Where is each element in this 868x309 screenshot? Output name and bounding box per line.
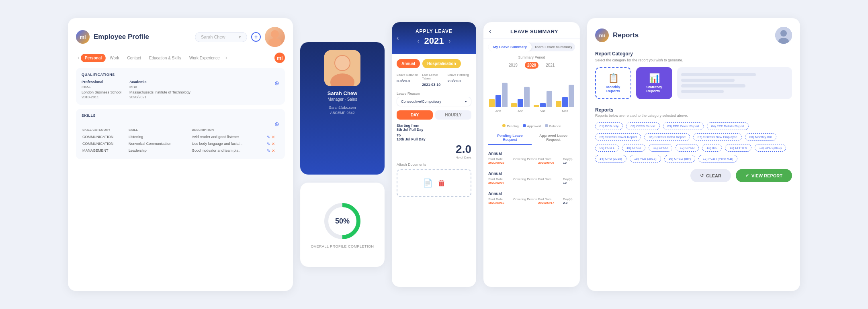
svg-point-5 <box>335 56 350 70</box>
leave-chart: Ann Ann Vac Med <box>488 73 575 121</box>
monthly-reports-btn[interactable]: 📋 MonthlyReports <box>595 67 631 99</box>
chip-epf-cover[interactable]: 03) EPF Cover Report <box>663 122 704 130</box>
chip-cpfb[interactable]: 02) CPFB Report <box>626 122 659 130</box>
detail-email: Sarah@abc.com <box>329 106 356 110</box>
skills-title: SKILLS <box>82 114 279 118</box>
chip-cpso1[interactable]: 10) CPSO <box>622 144 645 152</box>
period-2019[interactable]: 2019 <box>506 62 520 69</box>
chip-pcb-only[interactable]: 01) PCB only <box>595 122 623 130</box>
report-chips: 01) PCB only 02) CPFB Report 03) EPF Cov… <box>595 122 792 163</box>
search-value: Sarah Chew <box>201 35 225 39</box>
qualifications-title: QUALIFICATIONS <box>82 73 279 77</box>
delete-attach-icon[interactable]: 🗑 <box>438 179 446 188</box>
bar-label: Ann <box>518 109 523 113</box>
year-value: 2021 <box>424 36 444 46</box>
back-icon[interactable]: ‹ <box>397 35 399 42</box>
col-skill: SKILL <box>129 128 191 133</box>
chip-efptf9[interactable]: 12) EFPTF9 <box>725 144 751 152</box>
annual-btn[interactable]: Annual <box>397 59 420 68</box>
chip-socso-cover[interactable]: 05) SOCSO Cover Report <box>595 133 641 141</box>
tab-work[interactable]: Work <box>106 54 123 62</box>
num-days-label: No of Days <box>397 156 471 159</box>
statutory-reports-btn[interactable]: 📊 StatutoryReports <box>636 67 672 99</box>
add-button[interactable]: + <box>251 32 261 42</box>
chip-irs[interactable]: 12) IRS <box>702 144 722 152</box>
day-btn[interactable]: DAY <box>397 110 433 120</box>
period-2020[interactable]: 2020 <box>525 62 538 69</box>
clear-button[interactable]: ↺ CLEAR <box>690 169 731 182</box>
period-row: 2019 2020 2021 <box>483 62 580 69</box>
mi-logo: mi <box>595 28 609 42</box>
chip-socso-detail[interactable]: 06) SOCSO Detail Report <box>644 133 690 141</box>
year-next-icon[interactable]: › <box>448 38 450 44</box>
chip-pcb-penk[interactable]: 17) PCB I (Penk A,B) <box>698 155 737 163</box>
hosp-btn[interactable]: Hospitalisation <box>422 59 461 68</box>
tab-education[interactable]: Education & Skills <box>145 54 185 62</box>
attach-box[interactable]: 📄 🗑 <box>397 169 471 197</box>
skills-edit-icon[interactable]: ⊕ <box>274 121 279 127</box>
logo-icon: mi <box>76 30 90 44</box>
last-taken-item: Last Leave Taken 2021-03-10 <box>422 73 446 87</box>
year-prev-icon[interactable]: ‹ <box>418 38 420 44</box>
edit-row-icon[interactable]: ✎ <box>267 135 270 139</box>
edit-row-icon[interactable]: ✎ <box>267 142 270 146</box>
profile-detail-column: Sarah Chew Manager - Sales Sarah@abc.com… <box>300 42 385 267</box>
chip-cpd-2013[interactable]: 13) CPD (2013) <box>755 144 786 152</box>
delete-row-icon[interactable]: ✕ <box>272 142 275 146</box>
bar-label: Ann <box>495 109 501 113</box>
chip-cpbo[interactable]: 16) CPBO (ber) <box>664 155 696 163</box>
bar-pending <box>534 105 539 107</box>
edit-row-icon[interactable]: ✎ <box>267 148 270 153</box>
apply-leave-card: ‹ APPLY LEAVE ‹ 2021 › Annual Hospitalis… <box>392 22 476 287</box>
bar-approved <box>562 97 568 107</box>
tab-my-leave[interactable]: My Leave Summary <box>488 43 532 51</box>
chevron-down-icon: ▾ <box>465 100 467 104</box>
request-tabs: Pending Leave Request Approved Leave Req… <box>488 131 575 145</box>
statutory-label: StatutoryReports <box>646 85 662 93</box>
reports-header: mi Reports <box>595 27 792 44</box>
upload-icon: 📄 <box>423 178 433 188</box>
nav-prev-icon[interactable]: ‹ <box>76 55 81 61</box>
starting-from-row: Starting from 8th Jul Full Day <box>397 124 471 132</box>
reports-list-title: Reports <box>595 107 792 113</box>
chip-socso-new-emp[interactable]: 07) SOCSO New Employee <box>693 133 742 141</box>
chip-cpso3[interactable]: 12) CPSO <box>676 144 699 152</box>
bar-group-ann2: Ann <box>511 87 531 113</box>
leave-summary-card: ‹ LEAVE SUMMARY My Leave Summary Team Le… <box>483 22 580 287</box>
tab-personal[interactable]: Personal <box>81 54 106 62</box>
report-category-row: 📋 MonthlyReports 📊 StatutoryReports <box>595 67 792 99</box>
reports-card: mi Reports Report Category Select the ca… <box>587 18 800 291</box>
tab-approved-req[interactable]: Approved Leave Request <box>532 131 575 145</box>
hourly-btn[interactable]: HOURLY <box>435 110 471 120</box>
bar-group-med: Med <box>555 85 575 113</box>
tab-pending-req[interactable]: Pending Leave Request <box>488 131 532 145</box>
bar-balance <box>502 83 508 107</box>
tab-team-leave[interactable]: Team Leave Summary <box>532 43 575 51</box>
search-dropdown[interactable]: Sarah Chew ▾ <box>195 32 247 42</box>
chip-pcb-2015[interactable]: 15) PCB (2015) <box>630 155 661 163</box>
chart-legend: Pending Approved Balance <box>483 124 580 128</box>
chip-cpso2[interactable]: 11) CPSO <box>649 144 672 152</box>
nav-next-icon[interactable]: › <box>224 55 229 61</box>
period-2021[interactable]: 2021 <box>543 62 557 69</box>
leave-reason-select[interactable]: Consecutive/Compulsory ▾ <box>397 97 471 106</box>
chip-cpd-2015[interactable]: 14) CPD (2015) <box>595 155 626 163</box>
statutory-icon: 📊 <box>649 73 660 83</box>
back-icon[interactable]: ‹ <box>489 28 491 35</box>
tab-contact[interactable]: Contact <box>123 54 145 62</box>
delete-row-icon[interactable]: ✕ <box>272 148 275 153</box>
leave-reason-label: Leave Reason <box>397 91 471 96</box>
leave-type-row: Annual Hospitalisation <box>397 59 471 68</box>
bar-group-vac: Vac <box>533 91 553 113</box>
completion-card: 50% OVERALL PROFILE COMPLETION <box>300 183 385 267</box>
tab-work-experience[interactable]: Work Experience <box>185 54 224 62</box>
view-report-button[interactable]: ✓ VIEW REPORT <box>736 169 792 182</box>
delete-row-icon[interactable]: ✕ <box>272 135 275 139</box>
chip-monthly-ir8[interactable]: 08) Monthly IR8 <box>745 133 776 141</box>
chip-pcb1[interactable]: 09) PCB 1 <box>595 144 619 152</box>
chip-epf-details[interactable]: 04) EPF Details Report <box>707 122 749 130</box>
summary-tabs: My Leave Summary Team Leave Summary <box>488 43 575 51</box>
edit-icon[interactable]: ⊕ <box>274 80 279 86</box>
bar-balance <box>524 87 530 107</box>
leave-pending-item: Leave Pending 2.0/20.0 <box>448 73 471 87</box>
